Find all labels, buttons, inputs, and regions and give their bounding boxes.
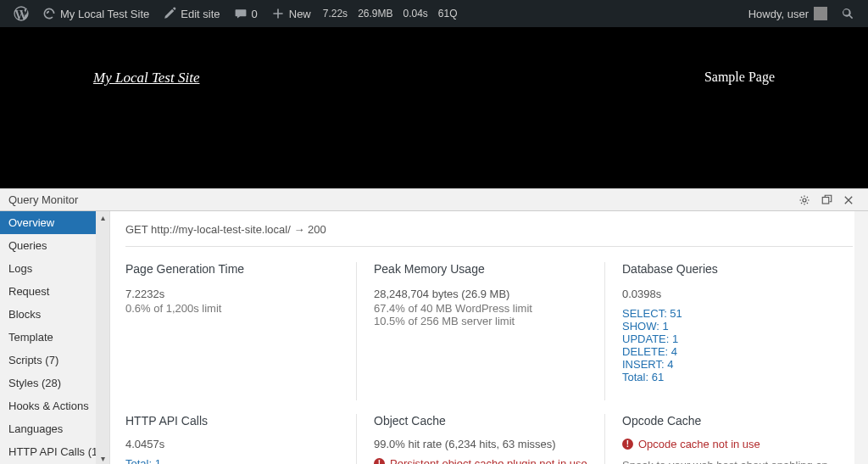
mem-value: 28,248,704 bytes (26.9 MB) [374,288,587,300]
col-peak-memory: Peak Memory Usage 28,248,704 bytes (26.9… [357,262,605,400]
qm-stat-memory[interactable]: 26.9MB [353,0,398,27]
col-db-queries: Database Queries 0.0398s SELECT: 51 SHOW… [605,262,853,400]
db-total[interactable]: Total: 61 [622,371,836,383]
qm-sidebar: Overview Queries Logs Request Blocks Tem… [0,211,110,464]
wp-admin-bar: My Local Test Site Edit site 0 New 7.22s… [0,0,868,27]
sidebar-item-hooks[interactable]: Hooks & Actions [0,394,109,417]
col-opcode-cache: Opcode Cache ! Opcode cache not in use S… [605,414,853,464]
new-label: New [289,8,311,20]
col-object-cache: Object Cache 99.0% hit rate (6,234 hits,… [357,414,605,464]
mem-sub2: 10.5% of 256 MB server limit [374,315,587,327]
qm-popout-button[interactable] [815,189,837,211]
pgt-value: 7.2232s [125,288,339,300]
qm-request-line: GET http://my-local-test-site.local/ → 2… [125,223,853,247]
wordpress-icon [14,6,29,21]
sidebar-item-http[interactable]: HTTP API Calls (1) [0,440,109,463]
qm-stat-queries[interactable]: 61Q [433,0,463,27]
objcache-title: Object Cache [374,414,587,428]
col-page-gen-time: Page Generation Time 7.2232s 0.6% of 1,2… [125,262,357,400]
qm-panel-body: Overview Queries Logs Request Blocks Tem… [0,211,868,464]
mem-title: Peak Memory Usage [374,262,587,276]
db-title: Database Queries [622,262,836,276]
db-insert[interactable]: INSERT: 4 [622,358,836,371]
sidebar-item-request[interactable]: Request [0,280,109,303]
comments-link[interactable]: 0 [227,0,264,27]
pgt-title: Page Generation Time [125,262,339,276]
qm-title: Query Monitor [8,193,793,206]
edit-site-link[interactable]: Edit site [156,0,226,27]
qm-stat-time[interactable]: 7.22s [318,0,353,27]
db-show[interactable]: SHOW: 1 [622,320,836,333]
svg-rect-1 [822,198,829,204]
plus-icon [271,7,285,20]
warning-icon: ! [374,458,385,464]
http-value: 4.0457s [125,438,339,450]
sidebar-scrollbar[interactable]: ▴ ▾ [96,211,109,464]
site-name-menu[interactable]: My Local Test Site [36,0,156,27]
comments-count: 0 [252,8,258,20]
sidebar-item-scripts[interactable]: Scripts (7) [0,349,109,372]
qm-settings-button[interactable] [793,189,815,211]
sidebar-item-blocks[interactable]: Blocks [0,303,109,326]
qm-panel-header: Query Monitor [0,188,868,211]
site-header: My Local Test Site Sample Page [0,27,868,188]
gear-icon [798,193,811,207]
opcache-sub: Speak to your web host about enabling an [622,459,836,464]
sidebar-item-languages[interactable]: Languages [0,417,109,440]
col-http-api: HTTP API Calls 4.0457s Total: 1 [125,414,357,464]
db-value: 0.0398s [622,288,836,300]
chevron-down-icon[interactable]: ▾ [97,453,108,463]
chevron-up-icon[interactable]: ▴ [97,212,108,222]
http-total[interactable]: Total: 1 [125,457,339,464]
db-update[interactable]: UPDATE: 1 [622,333,836,345]
objcache-warning: ! Persistent object cache plugin not in … [374,457,587,464]
my-account[interactable]: Howdy, user [742,0,834,27]
opcache-title: Opcode Cache [622,414,836,428]
dashboard-icon [42,7,56,20]
comment-icon [234,7,248,20]
pgt-sub: 0.6% of 1,200s limit [125,302,339,315]
sidebar-item-styles[interactable]: Styles (28) [0,372,109,394]
search-icon [841,7,854,20]
nav-sample-page[interactable]: Sample Page [704,70,775,85]
qm-stat-dbtime[interactable]: 0.04s [398,0,432,27]
avatar [814,7,827,20]
content-scrollbar[interactable] [854,211,868,464]
db-delete[interactable]: DELETE: 4 [622,345,836,358]
new-content-link[interactable]: New [264,0,318,27]
sidebar-item-queries[interactable]: Queries [0,234,109,257]
svg-point-0 [803,198,806,202]
pencil-icon [163,7,176,20]
objcache-warn-text: Persistent object cache plugin not in us… [390,457,587,464]
db-select[interactable]: SELECT: 51 [622,307,836,320]
wp-logo[interactable] [7,0,36,27]
qm-close-button[interactable] [837,189,860,211]
http-title: HTTP API Calls [125,414,339,428]
mem-sub1: 67.4% of 40 MB WordPress limit [374,302,587,315]
sidebar-item-logs[interactable]: Logs [0,257,109,280]
sidebar-item-template[interactable]: Template [0,326,109,349]
edit-site-label: Edit site [181,8,220,20]
admin-site-name: My Local Test Site [60,8,149,20]
objcache-value: 99.0% hit rate (6,234 hits, 63 misses) [374,438,587,450]
opcache-warning: ! Opcode cache not in use [622,438,836,450]
warning-icon: ! [622,439,633,450]
sidebar-item-overview[interactable]: Overview [0,211,109,234]
site-title-link[interactable]: My Local Test Site [93,70,199,87]
close-icon [843,194,854,206]
qm-content: GET http://my-local-test-site.local/ → 2… [110,211,868,464]
popout-icon [821,193,833,206]
howdy-text: Howdy, user [748,8,809,20]
search-toggle[interactable] [834,0,861,27]
opcache-warn-text: Opcode cache not in use [638,438,760,450]
